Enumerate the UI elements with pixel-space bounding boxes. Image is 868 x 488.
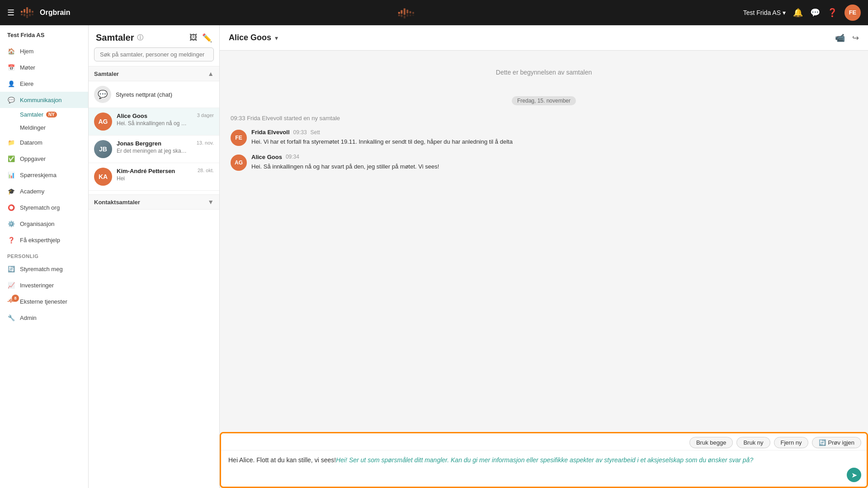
sidebar-item-fa-eksperthjelp[interactable]: ❓ Få eksperthjelp (0, 232, 88, 248)
svg-rect-11 (401, 10, 402, 14)
orgbrain-logo-icon (20, 5, 36, 21)
svg-rect-14 (409, 11, 411, 13)
orgbrain-small-icon: 8 (7, 297, 15, 305)
search-input[interactable] (94, 47, 214, 61)
svg-rect-19 (406, 14, 408, 17)
svg-rect-5 (21, 14, 23, 15)
sidebar-sub-samtaler[interactable]: Samtaler NY (0, 108, 88, 121)
home-icon: 🏠 (7, 47, 15, 55)
conv-preview-jonas: Er det meningen at jeg skal delt... (117, 148, 187, 154)
avatar-kim: KA (94, 168, 112, 186)
svg-rect-18 (403, 15, 405, 18)
sidebar-item-oppgaver[interactable]: ✅ Oppgaver (0, 150, 88, 167)
compose-area: Bruk begge Bruk ny Fjern ny 🔄 Prøv igjen… (220, 432, 868, 488)
conv-preview-kim: Hei (117, 175, 187, 182)
sidebar-item-academy[interactable]: 🎓 Academy (0, 183, 88, 199)
conv-item-jonas[interactable]: JB Jonas Berggren Er det meningen at jeg… (89, 136, 219, 163)
group-chat-item-styrets[interactable]: 💬 Styrets nettprat (chat) (89, 81, 219, 108)
retry-label: Prøv igjen (828, 439, 854, 446)
org-selector[interactable]: Test Frida AS ▾ (743, 9, 786, 16)
group-chat-name: Styrets nettprat (chat) (116, 91, 172, 98)
topbar: ☰ Orgbrain (0, 0, 868, 25)
use-new-button[interactable]: Bruk ny (736, 437, 770, 448)
sidebar-label-datarom: Datarom (20, 139, 42, 146)
avatar-jonas: JB (94, 140, 112, 158)
sidebar-item-investeringer[interactable]: 📈 Investeringer (0, 277, 88, 293)
conv-item-kim[interactable]: KA Kim-André Pettersen Hei 28. okt. (89, 163, 219, 191)
ny-badge: NY (46, 112, 57, 117)
chat-messages: Dette er begynnelsen av samtalen Fredag,… (220, 51, 868, 432)
remove-new-button[interactable]: Fjern ny (774, 437, 809, 448)
conv-preview-alice: Hei. Så innkallingen nå og har s... (117, 120, 187, 127)
sidebar-item-organisasjon[interactable]: ⚙️ Organisasjon (0, 216, 88, 232)
svg-rect-10 (398, 12, 400, 14)
graduation-icon: 🎓 (7, 187, 15, 195)
sidebar-item-styrematch-meg[interactable]: 🔄 Styrematch meg (0, 261, 88, 277)
compose-text-area[interactable]: Hei Alice. Flott at du kan stille, vi se… (221, 450, 867, 487)
center-logo (398, 6, 416, 19)
checklist-icon: ✅ (7, 155, 15, 163)
sidebar-item-sporreskjema[interactable]: 📊 Spørreskjema (0, 167, 88, 183)
help-icon[interactable]: ❓ (827, 8, 837, 18)
svg-rect-4 (32, 11, 33, 13)
msg-text-alice: Hei. Så innkallingen nå og har svart på … (251, 162, 857, 171)
svg-rect-12 (403, 8, 405, 14)
toggle-icon: 🔄 (7, 265, 15, 273)
personlig-section-label: Personlig (0, 248, 88, 261)
message-alice: AG Alice Goos 09:34 Hei. Så innkallingen… (231, 154, 857, 171)
user-avatar-button[interactable]: FE (844, 5, 861, 21)
hamburger-menu[interactable]: ☰ (7, 8, 14, 18)
add-media-icon[interactable]: 🖼 (189, 33, 198, 43)
avatar-alice: AG (94, 113, 112, 131)
chat-dropdown-icon[interactable]: ▾ (275, 34, 278, 42)
svg-rect-13 (406, 9, 408, 13)
message-frida: FE Frida Elvevoll 09:33 Sett Hei. Vi har… (231, 129, 857, 146)
msg-sender-frida: Frida Elvevoll (251, 129, 290, 136)
sidebar-item-datarom[interactable]: 📁 Datarom (0, 134, 88, 150)
sidebar-org-name: Test Frida AS (0, 25, 88, 43)
svg-rect-15 (412, 12, 414, 14)
msg-time-frida: 09:33 (293, 129, 307, 136)
sidebar-label-samtaler: Samtaler (20, 111, 43, 118)
sidebar-sub-meldinger[interactable]: Meldinger (0, 121, 88, 134)
svg-rect-2 (26, 7, 28, 14)
group-chat-icon: 💬 (94, 86, 111, 103)
svg-rect-24 (10, 299, 11, 303)
conv-item-alice[interactable]: AG Alice Goos Hei. Så innkallingen nå og… (89, 108, 219, 136)
sidebar-label-eiere: Eiere (20, 80, 33, 87)
sidebar-item-moter[interactable]: 📅 Møter (0, 59, 88, 75)
chat-header: Alice Goos ▾ 📹 ↪ (220, 25, 868, 51)
sidebar-item-kommunikasjon[interactable]: 💬 Kommunikasjon (0, 92, 88, 108)
chat-bubble-icon: 💬 (7, 96, 15, 104)
conversations-group-header[interactable]: Samtaler ▲ (89, 66, 219, 81)
circle-icon: ⭕ (7, 203, 15, 211)
notif-count-badge: 8 (12, 295, 19, 302)
sidebar-item-admin[interactable]: 🔧 Admin (0, 310, 88, 326)
bar-chart-icon: 📈 (7, 281, 15, 289)
sidebar-label-styrematch-meg: Styrematch meg (20, 266, 63, 272)
compose-new-icon[interactable]: ✏️ (202, 33, 212, 43)
retry-button[interactable]: 🔄 Prøv igjen (812, 437, 861, 448)
msg-avatar-alice: AG (231, 155, 247, 171)
msg-text-frida: Hei. Vi har et forfall fra styremøtet 19… (251, 137, 857, 146)
msg-time-alice: 09:34 (286, 154, 299, 160)
compose-normal-text: Hei Alice. Flott at du kan stille, vi se… (228, 456, 336, 464)
sidebar-item-eksterne-tjenester[interactable]: 8 Eksterne tjenester (0, 293, 88, 310)
conv-name-kim: Kim-André Pettersen (117, 168, 187, 174)
chat-user-name: Alice Goos (229, 33, 271, 42)
sidebar-item-hjem[interactable]: 🏠 Hjem (0, 43, 88, 59)
chat-begin-text: Dette er begynnelsen av samtalen (231, 60, 857, 89)
video-call-icon[interactable]: 📹 (835, 33, 845, 43)
chat-icon[interactable]: 💬 (810, 8, 820, 18)
notification-bell-icon[interactable]: 🔔 (793, 8, 803, 18)
sidebar-label-admin: Admin (20, 314, 37, 321)
sidebar-item-eiere[interactable]: 👤 Eiere (0, 75, 88, 92)
use-both-button[interactable]: Bruk begge (689, 437, 733, 448)
leave-chat-icon[interactable]: ↪ (852, 33, 859, 43)
sidebar-label-kommunikasjon: Kommunikasjon (20, 97, 62, 103)
sidebar-label-eksterne-tjenester: Eksterne tjenester (20, 298, 67, 305)
sidebar-item-styrematch[interactable]: ⭕ Styrematch org (0, 199, 88, 216)
svg-rect-21 (412, 14, 414, 16)
send-button[interactable]: ➤ (847, 468, 861, 482)
contacts-section-header[interactable]: Kontaktsamtaler ▼ (89, 194, 219, 210)
